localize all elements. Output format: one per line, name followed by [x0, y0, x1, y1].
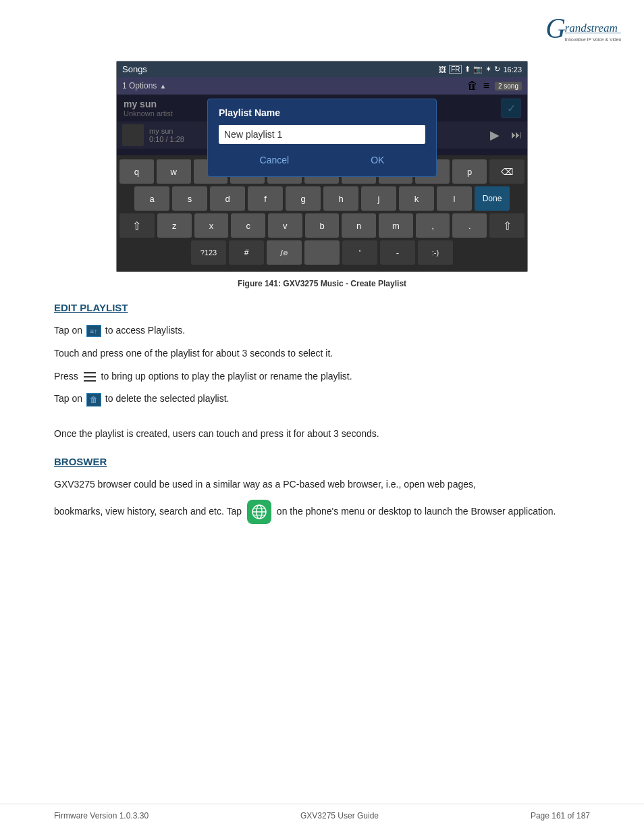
edit-playlist-heading: EDIT PLAYLIST: [54, 302, 590, 313]
time-display: 16:23: [503, 66, 522, 74]
photo-icon: 📷: [473, 65, 483, 74]
dialog-buttons: Cancel OK: [219, 152, 425, 168]
camera-icon: 🖼: [439, 66, 446, 74]
key-j[interactable]: j: [361, 186, 396, 211]
figure-caption: Figure 141: GXV3275 Music - Create Playl…: [54, 279, 590, 288]
done-key[interactable]: Done: [475, 186, 510, 211]
playlist-name-input[interactable]: [219, 125, 425, 144]
menu-icon[interactable]: ≡: [483, 80, 489, 92]
key-z[interactable]: z: [157, 213, 192, 238]
shift-right-key[interactable]: ⇧: [489, 213, 525, 238]
footer-firmware: Firmware Version 1.0.3.30: [54, 811, 149, 820]
bluetooth-icon: ✶: [485, 65, 491, 74]
key-k[interactable]: k: [399, 186, 434, 211]
browser-para2: bookmarks, view history, search and etc.…: [54, 500, 590, 524]
grandstream-logo: G randstream Innovative IP Voice & Video: [543, 12, 624, 52]
key-f[interactable]: f: [248, 186, 283, 211]
key-comma[interactable]: ,: [416, 213, 450, 238]
edit-playlist-para4: Tap on 🗑 to delete the selected playlist…: [54, 391, 590, 407]
footer-product: GXV3275 User Guide: [300, 811, 379, 820]
key-p[interactable]: p: [452, 159, 487, 184]
key-apostrophe[interactable]: ': [342, 240, 377, 265]
shift-left-key[interactable]: ⇧: [119, 213, 155, 238]
key-m[interactable]: m: [379, 213, 413, 238]
edit-playlist-para2: Touch and press one of the playlist for …: [54, 346, 590, 362]
ok-button[interactable]: OK: [357, 152, 398, 168]
key-h[interactable]: h: [323, 186, 358, 211]
svg-text:G: G: [545, 13, 566, 44]
edit-playlist-para3: Press to bring up options to play the pl…: [54, 369, 590, 385]
key-dash[interactable]: -: [380, 240, 415, 265]
key-123[interactable]: ?123: [191, 240, 226, 265]
upload-icon: ⬆: [464, 65, 471, 74]
cancel-button[interactable]: Cancel: [246, 152, 303, 168]
playlist-dialog: Playlist Name Cancel OK: [207, 99, 437, 177]
toolbar-right: 🗑 ≡ 2 song: [467, 80, 522, 92]
key-b[interactable]: b: [305, 213, 340, 238]
footer: Firmware Version 1.0.3.30 GXV3275 User G…: [0, 804, 644, 820]
trash-icon[interactable]: 🗑: [467, 80, 478, 92]
kb-row-4: ?123 # /@ ' - :-): [119, 240, 525, 265]
browser-app-icon: [247, 500, 271, 524]
key-n[interactable]: n: [342, 213, 376, 238]
sync-icon: ↻: [494, 65, 500, 74]
toolbar-left: 1 Options ▲: [122, 81, 166, 90]
key-slash[interactable]: /@: [267, 240, 302, 265]
dialog-title: Playlist Name: [219, 107, 425, 118]
key-w[interactable]: w: [157, 159, 191, 184]
song-area-container: my sun Unknown artist ✓ my sun 0:10 / 1:…: [117, 95, 527, 149]
key-c[interactable]: c: [231, 213, 265, 238]
key-v[interactable]: v: [268, 213, 302, 238]
svg-text:randstream: randstream: [565, 22, 618, 34]
key-d[interactable]: d: [210, 186, 245, 211]
browser-heading: BROSWER: [54, 456, 590, 467]
status-title: Songs: [122, 64, 147, 74]
spacebar-key[interactable]: [304, 240, 340, 265]
chevron-down-icon: ▲: [159, 82, 166, 90]
backspace-key[interactable]: ⌫: [489, 159, 525, 184]
browser-para1: GXV3275 browser could be used in a simil…: [54, 477, 590, 493]
fr-icon: FR: [449, 65, 462, 74]
key-q[interactable]: q: [119, 159, 154, 184]
toolbar: 1 Options ▲ 🗑 ≡ 2 song: [117, 77, 527, 95]
key-hash[interactable]: #: [229, 240, 264, 265]
dialog-overlay: Playlist Name Cancel OK: [117, 95, 527, 149]
key-smiley[interactable]: :-): [418, 240, 453, 265]
edit-playlist-para5: Once the playlist is created, users can …: [54, 426, 590, 442]
edit-playlist-para1: Tap on ≡↑ to access Playlists.: [54, 323, 590, 339]
options-label[interactable]: 1 Options: [122, 81, 157, 90]
svg-text:Innovative IP Voice & Video: Innovative IP Voice & Video: [565, 37, 622, 42]
song-count: 2 song: [495, 82, 522, 90]
kb-row-3: ⇧ z x c v b n m , . ⇧: [119, 213, 525, 238]
key-g[interactable]: g: [286, 186, 321, 211]
kb-row-2: a s d f g h j k l Done: [119, 186, 525, 211]
trash-inline-icon: 🗑: [86, 393, 101, 407]
status-bar: Songs 🖼 FR ⬆ 📷 ✶ ↻ 16:23: [117, 61, 527, 77]
playlist-icon: ≡↑: [86, 325, 101, 337]
key-period[interactable]: .: [452, 213, 487, 238]
key-l[interactable]: l: [437, 186, 472, 211]
device-screenshot: Songs 🖼 FR ⬆ 📷 ✶ ↻ 16:23 1 Options ▲ 🗑 ≡…: [116, 61, 528, 272]
key-x[interactable]: x: [194, 213, 229, 238]
status-icons: 🖼 FR ⬆ 📷 ✶ ↻ 16:23: [439, 65, 522, 74]
footer-page: Page 161 of 187: [531, 811, 590, 820]
key-s[interactable]: s: [172, 186, 207, 211]
key-a[interactable]: a: [134, 186, 169, 211]
menu-lines-icon: [82, 372, 97, 382]
